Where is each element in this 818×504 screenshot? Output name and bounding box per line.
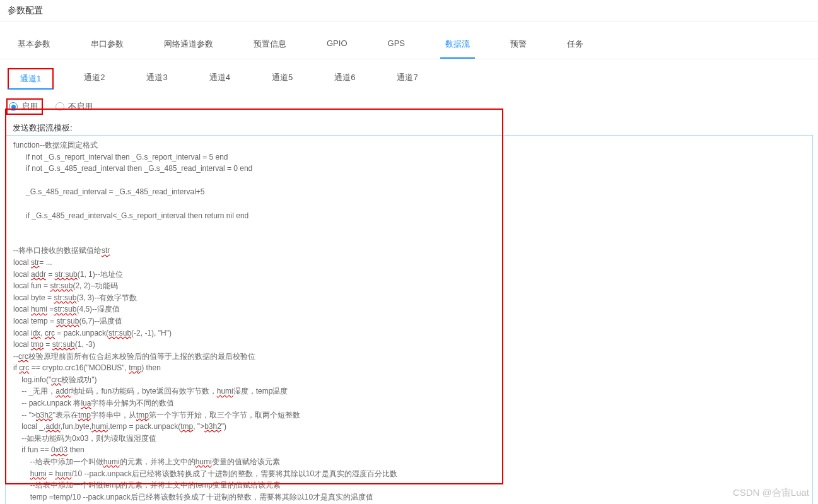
channel-tab-6[interactable]: 通道6: [323, 68, 366, 90]
channel-tab-7[interactable]: 通道7: [385, 68, 429, 90]
tab-network[interactable]: 网络通道参数: [159, 35, 218, 59]
channel-tabs: 通道1 通道2 通道3 通道4 通道5 通道6 通道7: [0, 59, 818, 92]
watermark: CSDN @合宙Luat: [733, 487, 809, 499]
radio-enable[interactable]: 启用: [9, 101, 38, 112]
radio-enable-dot: [9, 102, 18, 111]
title-text: 参数配置: [8, 5, 43, 15]
radio-enable-label: 启用: [21, 101, 38, 112]
channel-tab-3[interactable]: 通道3: [135, 68, 178, 90]
channel-tab-5[interactable]: 通道5: [260, 68, 304, 90]
channel-tab-4[interactable]: 通道4: [198, 68, 242, 90]
radio-disable-label: 不启用: [68, 101, 93, 112]
tab-task[interactable]: 任务: [562, 35, 588, 59]
channel-tab-2[interactable]: 通道2: [73, 68, 116, 90]
tab-basic[interactable]: 基本参数: [13, 35, 56, 59]
tab-gpio[interactable]: GPIO: [322, 35, 353, 59]
radio-disable-dot: [56, 102, 64, 111]
enable-radio-row: 启用 不启用: [0, 92, 818, 120]
tab-gps[interactable]: GPS: [383, 35, 410, 59]
dialog-title: 参数配置: [0, 0, 818, 22]
tab-preset[interactable]: 预置信息: [248, 35, 291, 59]
radio-disable[interactable]: 不启用: [56, 101, 93, 112]
tab-alert[interactable]: 预警: [505, 35, 532, 59]
template-label: 发送数据流模板:: [5, 120, 813, 135]
tab-serial[interactable]: 串口参数: [86, 35, 129, 59]
channel-tab-1[interactable]: 通道1: [8, 68, 54, 90]
code-textarea[interactable]: function--数据流固定格式 if not _G.s_report_int…: [5, 135, 813, 504]
main-tabs: 基本参数 串口参数 网络通道参数 预置信息 GPIO GPS 数据流 预警 任务: [0, 22, 818, 59]
tab-datastream[interactable]: 数据流: [440, 35, 475, 59]
